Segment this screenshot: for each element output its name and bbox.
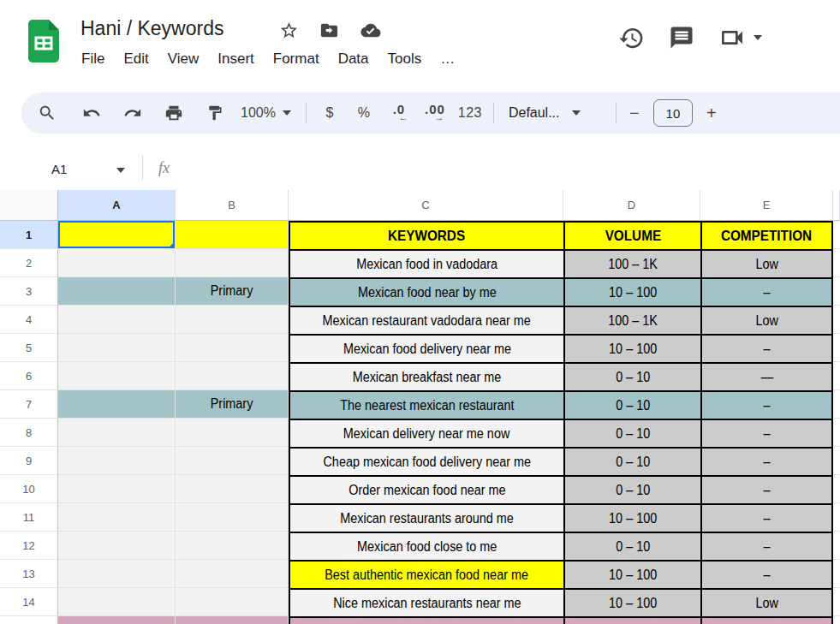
cell-e2[interactable]: Low: [700, 249, 833, 277]
fx-icon[interactable]: fx: [158, 159, 170, 177]
cell-e7[interactable]: –: [700, 390, 833, 419]
cell-b5[interactable]: [176, 334, 289, 362]
cell-d10[interactable]: 0 – 10: [563, 475, 700, 503]
column-header-c[interactable]: C: [289, 190, 563, 221]
cell-e14[interactable]: Low: [700, 588, 833, 616]
select-all-corner[interactable]: [0, 190, 58, 221]
cell-b15[interactable]: [176, 616, 289, 624]
menu-tools[interactable]: Tools: [378, 48, 432, 70]
menu-file[interactable]: File: [72, 48, 114, 70]
move-folder-icon[interactable]: [319, 21, 339, 40]
row-header-8[interactable]: 8: [0, 419, 58, 447]
cell-a7[interactable]: [58, 390, 176, 419]
cell-e8[interactable]: –: [700, 419, 833, 447]
cell-a13[interactable]: [58, 560, 176, 588]
row-header-12[interactable]: 12: [0, 532, 58, 560]
cell-e15[interactable]: [700, 616, 833, 624]
cell-d1[interactable]: VOLUME: [563, 221, 700, 249]
menu-view[interactable]: View: [158, 48, 209, 70]
cell-b13[interactable]: [176, 560, 289, 588]
row-header-14[interactable]: 14: [0, 588, 58, 616]
video-call-caret-icon[interactable]: [754, 35, 762, 40]
cell-d15[interactable]: [563, 616, 700, 624]
cell-c11[interactable]: Mexican restaurants around me: [289, 503, 563, 532]
cell-f7[interactable]: [833, 390, 840, 419]
cell-c10[interactable]: Order mexican food near me: [289, 475, 563, 503]
cell-e1[interactable]: COMPETITION: [700, 221, 833, 249]
menu-overflow[interactable]: …: [431, 48, 464, 70]
cell-a2[interactable]: [58, 249, 176, 277]
zoom-control[interactable]: 100%: [232, 105, 300, 121]
cell-f15[interactable]: [833, 616, 840, 624]
cell-a6[interactable]: [58, 362, 176, 390]
increase-font-size-button[interactable]: +: [700, 104, 724, 123]
column-header-d[interactable]: D: [563, 190, 700, 221]
cell-f1[interactable]: [833, 221, 840, 249]
menu-format[interactable]: Format: [264, 48, 329, 70]
row-header-7[interactable]: 7: [0, 390, 58, 419]
cell-b11[interactable]: [176, 503, 289, 532]
paint-format-icon[interactable]: [198, 96, 232, 130]
cell-e6[interactable]: —: [700, 362, 833, 390]
cell-a8[interactable]: [58, 419, 176, 447]
cell-c9[interactable]: Cheap mexican food delivery near me: [289, 447, 563, 475]
undo-icon[interactable]: [74, 96, 109, 130]
more-formats-button[interactable]: 123: [453, 96, 487, 130]
format-percent-button[interactable]: %: [347, 96, 381, 130]
cell-c12[interactable]: Mexican food close to me: [289, 532, 563, 560]
cell-b7[interactable]: Primary: [176, 390, 289, 419]
cell-e4[interactable]: Low: [700, 306, 833, 334]
cell-c2[interactable]: Mexican food in vadodara: [289, 249, 563, 277]
name-box[interactable]: A1: [51, 162, 67, 176]
comments-icon[interactable]: [669, 25, 694, 51]
cell-a12[interactable]: [58, 532, 176, 560]
cell-c15[interactable]: [289, 616, 563, 624]
row-header-1[interactable]: 1: [0, 221, 58, 249]
row-header-11[interactable]: 11: [0, 503, 58, 532]
cell-d6[interactable]: 0 – 10: [563, 362, 700, 390]
cell-a10[interactable]: [58, 475, 176, 503]
cell-a4[interactable]: [58, 306, 176, 334]
cell-f11[interactable]: [833, 503, 840, 532]
cell-e13[interactable]: –: [700, 560, 833, 588]
cell-f9[interactable]: [833, 447, 840, 475]
font-size-input[interactable]: 10: [653, 99, 693, 127]
column-header-e[interactable]: E: [700, 190, 833, 221]
cell-f5[interactable]: [833, 334, 840, 362]
menu-data[interactable]: Data: [329, 48, 378, 70]
cell-d11[interactable]: 10 – 100: [563, 503, 700, 532]
cell-f12[interactable]: [833, 532, 840, 560]
document-title[interactable]: Hani / Keywords: [80, 17, 223, 40]
cell-c7[interactable]: The nearest mexican restaurant: [289, 390, 563, 419]
row-header-4[interactable]: 4: [0, 306, 58, 334]
cell-f8[interactable]: [833, 419, 840, 447]
cell-f14[interactable]: [833, 588, 840, 616]
format-currency-button[interactable]: $: [313, 96, 347, 130]
cell-f3[interactable]: [833, 277, 840, 306]
cell-e3[interactable]: –: [700, 277, 833, 306]
row-header-10[interactable]: 10: [0, 475, 58, 503]
cell-b12[interactable]: [176, 532, 289, 560]
cell-d9[interactable]: 0 – 10: [563, 447, 700, 475]
redo-icon[interactable]: [116, 96, 150, 130]
cell-f6[interactable]: [833, 362, 840, 390]
cell-a5[interactable]: [58, 334, 176, 362]
cell-d5[interactable]: 10 – 100: [563, 334, 700, 362]
version-history-icon[interactable]: [618, 25, 645, 51]
decrease-decimal-button[interactable]: .0 ←: [381, 104, 417, 123]
name-box-caret-icon[interactable]: [116, 168, 125, 173]
cell-f4[interactable]: [833, 306, 840, 334]
cell-a1-selected[interactable]: [58, 221, 176, 249]
cell-c6[interactable]: Mexican breakfast near me: [289, 362, 563, 390]
row-header-9[interactable]: 9: [0, 447, 58, 475]
search-icon[interactable]: [30, 96, 64, 130]
cell-b10[interactable]: [176, 475, 289, 503]
cell-c8[interactable]: Mexican delivery near me now: [289, 419, 563, 447]
column-header-a[interactable]: A: [58, 190, 176, 221]
column-header-b[interactable]: B: [176, 190, 289, 221]
cell-b6[interactable]: [176, 362, 289, 390]
cell-d14[interactable]: 10 – 100: [563, 588, 700, 616]
cell-f10[interactable]: [833, 475, 840, 503]
sheets-logo-icon[interactable]: [27, 19, 61, 63]
cell-d4[interactable]: 100 – 1K: [563, 306, 700, 334]
